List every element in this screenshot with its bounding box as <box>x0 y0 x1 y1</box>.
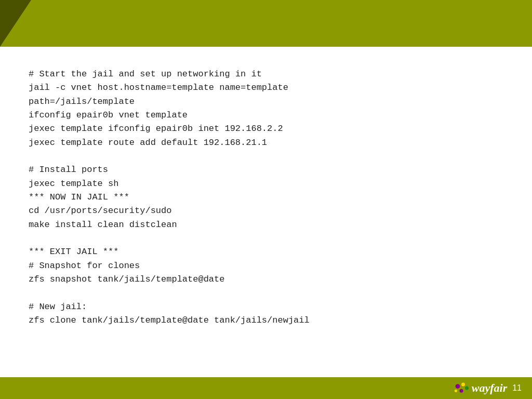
svg-point-3 <box>459 389 463 393</box>
top-bar <box>0 0 532 47</box>
slide-number: 11 <box>512 383 522 393</box>
svg-point-1 <box>461 383 465 387</box>
wayfair-logo-text: wayfair <box>472 381 507 395</box>
wayfair-logo-icon <box>454 381 469 395</box>
code-block: # Start the jail and set up networking i… <box>29 68 503 328</box>
logo-container: wayfair <box>454 381 507 395</box>
main-content: # Start the jail and set up networking i… <box>0 47 532 377</box>
bottom-bar: wayfair 11 <box>0 377 532 399</box>
svg-point-2 <box>465 387 469 390</box>
svg-point-4 <box>455 390 457 392</box>
top-bar-triangle <box>0 0 31 47</box>
svg-point-0 <box>455 384 460 389</box>
